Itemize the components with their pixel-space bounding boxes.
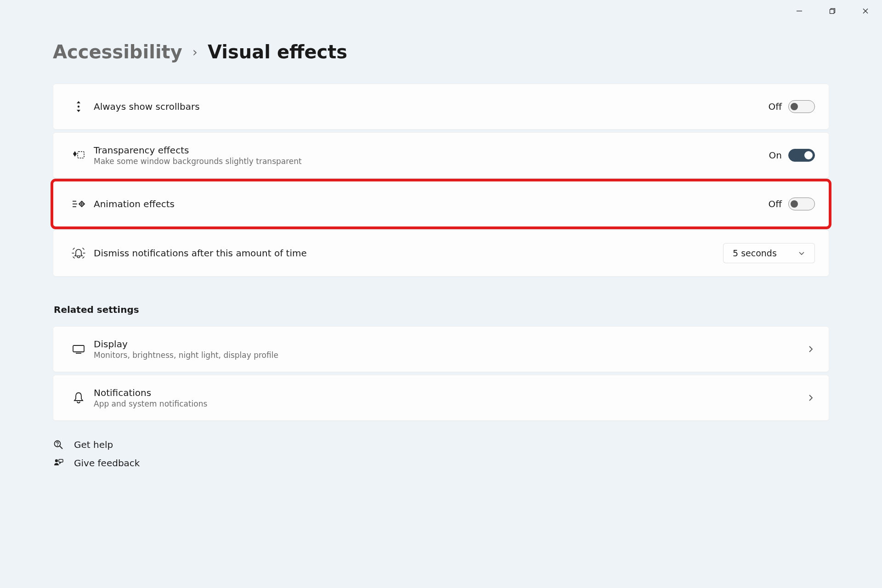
dismiss-bell-icon	[67, 246, 90, 260]
svg-point-5	[78, 106, 79, 107]
related-subtitle: App and system notifications	[94, 399, 807, 408]
svg-line-15	[83, 257, 84, 258]
setting-title: Always show scrollbars	[94, 101, 768, 112]
monitor-icon	[67, 344, 90, 354]
window-close-button[interactable]	[849, 0, 882, 22]
toggle-state-label: On	[769, 150, 782, 161]
breadcrumb: Accessibility › Visual effects	[53, 41, 829, 62]
chevron-right-icon: ›	[192, 45, 198, 60]
help-link-label: Get help	[74, 439, 113, 450]
setting-row-notification-timeout: Dismiss notifications after this amount …	[53, 230, 829, 277]
transparency-icon	[67, 149, 90, 161]
svg-rect-2	[830, 10, 834, 14]
page-title: Visual effects	[208, 41, 347, 62]
window-minimize-button[interactable]	[783, 0, 816, 22]
svg-line-14	[73, 257, 74, 258]
toggle-state-label: Off	[768, 101, 782, 112]
chevron-right-icon	[807, 345, 815, 353]
chevron-right-icon	[807, 394, 815, 402]
breadcrumb-root[interactable]: Accessibility	[53, 41, 182, 62]
feedback-icon	[53, 458, 64, 468]
setting-title: Transparency effects	[94, 145, 769, 156]
related-subtitle: Monitors, brightness, night light, displ…	[94, 351, 807, 360]
svg-rect-6	[78, 152, 84, 158]
help-link-label: Give feedback	[74, 458, 140, 469]
animation-icon	[67, 198, 90, 209]
select-value: 5 seconds	[733, 248, 777, 258]
give-feedback-link[interactable]: Give feedback	[53, 458, 829, 469]
get-help-link[interactable]: Get help	[53, 439, 829, 450]
svg-point-21	[57, 445, 58, 446]
related-title: Notifications	[94, 387, 807, 398]
svg-rect-24	[59, 459, 63, 462]
scrollbar-icon	[67, 100, 90, 113]
help-icon	[53, 440, 64, 450]
svg-rect-18	[73, 345, 84, 352]
svg-line-13	[83, 248, 84, 249]
related-title: Display	[94, 339, 807, 350]
setting-title: Animation effects	[94, 198, 768, 209]
svg-line-12	[73, 248, 74, 249]
related-row-display[interactable]: Display Monitors, brightness, night ligh…	[53, 326, 829, 372]
scrollbars-toggle[interactable]	[788, 100, 815, 113]
window-maximize-button[interactable]	[816, 0, 849, 22]
setting-row-animation: Animation effects Off	[53, 181, 829, 227]
chevron-down-icon	[798, 249, 805, 257]
svg-line-22	[60, 446, 62, 449]
transparency-toggle[interactable]	[788, 149, 815, 162]
setting-row-scrollbars: Always show scrollbars Off	[53, 84, 829, 130]
animation-toggle[interactable]	[788, 198, 815, 210]
setting-row-transparency: Transparency effects Make some window ba…	[53, 132, 829, 178]
setting-title: Dismiss notifications after this amount …	[94, 248, 723, 259]
related-settings-header: Related settings	[54, 304, 829, 315]
related-row-notifications[interactable]: Notifications App and system notificatio…	[53, 375, 829, 421]
toggle-state-label: Off	[768, 198, 782, 209]
notification-timeout-select[interactable]: 5 seconds	[723, 243, 815, 263]
bell-icon	[67, 391, 90, 404]
setting-subtitle: Make some window backgrounds slightly tr…	[94, 157, 769, 166]
svg-point-23	[55, 459, 58, 462]
